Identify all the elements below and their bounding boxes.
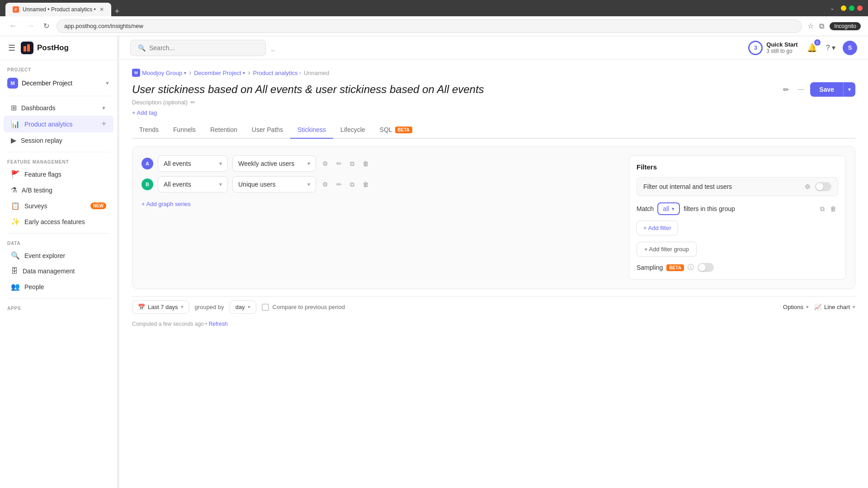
- quick-start[interactable]: 3 Quick Start 3 still to go: [748, 41, 797, 55]
- tab-stickiness[interactable]: Stickiness: [290, 122, 333, 139]
- incognito-badge: Incognito: [830, 22, 861, 30]
- help-button[interactable]: ? ▾: [826, 43, 835, 52]
- series-a-edit-button[interactable]: ✏: [335, 158, 344, 169]
- options-label: Options: [783, 304, 803, 310]
- series-a-event-dropdown[interactable]: All events ▾: [158, 155, 228, 172]
- new-tab-button[interactable]: +: [111, 7, 123, 16]
- url-bar[interactable]: app.posthog.com/insights/new: [57, 19, 802, 33]
- breadcrumb-item-december[interactable]: December Project ▾: [194, 70, 245, 76]
- project-section: PROJECT M December Project ▼: [0, 60, 117, 96]
- series-a-delete-button[interactable]: 🗑: [361, 158, 371, 169]
- data-management-icon: 🗄: [11, 267, 18, 275]
- tab-trends[interactable]: Trends: [132, 122, 166, 139]
- gear-icon-filter[interactable]: ⚙: [805, 183, 811, 190]
- dashboards-arrow: ▼: [101, 105, 106, 111]
- bookmark-icon[interactable]: ☆: [807, 22, 814, 30]
- minimize-button[interactable]: [841, 5, 846, 11]
- window-dropdown-icon[interactable]: ⌄: [830, 5, 835, 11]
- series-a-metric-label: Weekly active users: [238, 160, 294, 167]
- tab-sql[interactable]: SQL BETA: [373, 122, 420, 139]
- sidebar-item-ab-testing[interactable]: ⚗ A/B testing: [4, 182, 113, 198]
- project-name: December Project: [22, 80, 101, 87]
- hamburger-button[interactable]: ☰: [7, 42, 16, 54]
- series-row-a: A All events ▾ Weekly active users ▾ ⚙ ✏: [142, 155, 622, 172]
- series-b-edit-button[interactable]: ✏: [335, 179, 344, 190]
- sidebar-item-people[interactable]: 👥 People: [4, 279, 113, 295]
- refresh-browser-button[interactable]: ↻: [42, 20, 51, 32]
- compare-checkbox[interactable]: [262, 304, 269, 311]
- match-dropdown[interactable]: all ▾: [657, 202, 680, 215]
- sidebar-item-feature-flags[interactable]: 🚩 Feature flags: [4, 166, 113, 182]
- add-filter-group-button[interactable]: + Add filter group: [637, 242, 697, 257]
- project-row[interactable]: M December Project ▼: [0, 74, 117, 92]
- tab-close-icon[interactable]: ✕: [99, 6, 104, 13]
- tab-user-paths[interactable]: User Paths: [245, 122, 290, 139]
- options-arrow: ▾: [806, 304, 809, 310]
- copy-filter-group-button[interactable]: ⧉: [818, 203, 826, 215]
- search-box[interactable]: 🔍: [130, 40, 266, 56]
- refresh-link[interactable]: Refresh: [209, 321, 228, 327]
- more-options-button[interactable]: ···: [795, 83, 807, 96]
- compare-label: Compare to previous period: [273, 304, 345, 310]
- add-series-button[interactable]: + Add graph series: [142, 199, 191, 209]
- user-avatar[interactable]: S: [843, 41, 857, 55]
- sidebar-item-data-management[interactable]: 🗄 Data management: [4, 263, 113, 279]
- tab-funnels[interactable]: Funnels: [166, 122, 203, 139]
- sidebar-item-early-access[interactable]: ✨ Early access features: [4, 214, 113, 230]
- close-button[interactable]: [857, 5, 863, 11]
- sampling-info-icon[interactable]: ⓘ: [688, 263, 694, 272]
- breadcrumb-item-product-analytics[interactable]: Product analytics ›: [253, 70, 301, 76]
- sidebar-item-dashboards[interactable]: ⊞ Dashboards ▼: [4, 100, 113, 116]
- add-filter-button[interactable]: + Add filter: [637, 221, 678, 235]
- product-analytics-add-icon[interactable]: +: [101, 119, 106, 129]
- delete-filter-group-button[interactable]: 🗑: [828, 203, 838, 215]
- project-dropdown-arrow: ▼: [105, 80, 110, 86]
- sampling-label: Sampling: [637, 264, 663, 271]
- url-text: app.posthog.com/insights/new: [64, 23, 143, 29]
- sampling-toggle[interactable]: [698, 263, 714, 272]
- december-arrow: ▾: [243, 70, 245, 75]
- filter-toggle[interactable]: [815, 182, 831, 191]
- back-button[interactable]: ←: [7, 19, 19, 33]
- edit-icon-button[interactable]: ✏: [780, 83, 792, 97]
- date-range-button[interactable]: 📅 Last 7 days ▾: [132, 300, 189, 314]
- maximize-button[interactable]: [849, 5, 854, 11]
- sidebar-item-surveys[interactable]: 📋 Surveys NEW: [4, 198, 113, 214]
- series-b-delete-button[interactable]: 🗑: [361, 179, 371, 190]
- search-shortcut: _: [271, 45, 274, 51]
- forward-button[interactable]: →: [24, 19, 36, 33]
- notifications-button[interactable]: 🔔 0: [805, 41, 819, 55]
- series-a-metric-dropdown[interactable]: Weekly active users ▾: [232, 155, 316, 172]
- product-analytics-label: Product analytics: [24, 121, 97, 128]
- series-badge-b: B: [142, 178, 153, 190]
- day-arrow: ▾: [248, 304, 250, 310]
- breadcrumb-item-moodjoy[interactable]: M Moodjoy Group ▾: [132, 69, 186, 77]
- series-a-filter-button[interactable]: ⚙: [321, 158, 330, 169]
- series-b-copy-button[interactable]: ⧉: [348, 179, 356, 190]
- options-button[interactable]: Options ▾: [783, 304, 809, 310]
- dashboards-label: Dashboards: [21, 104, 97, 112]
- tab-lifecycle[interactable]: Lifecycle: [333, 122, 372, 139]
- sidebar-item-event-explorer[interactable]: 🔍 Event explorer: [4, 248, 113, 263]
- series-b-metric-dropdown[interactable]: Unique users ▾: [232, 176, 316, 192]
- series-b-filter-button[interactable]: ⚙: [321, 179, 330, 190]
- chart-type-button[interactable]: 📈 Line chart ▾: [814, 304, 855, 310]
- save-dropdown-button[interactable]: ▾: [843, 82, 855, 97]
- series-b-event-dropdown[interactable]: All events ▾: [158, 176, 228, 192]
- feature-flags-icon: 🚩: [11, 170, 20, 178]
- save-button[interactable]: Save: [810, 82, 843, 97]
- breadcrumb-sep-2: ›: [248, 69, 250, 77]
- early-access-icon: ✨: [11, 217, 20, 226]
- search-input[interactable]: [149, 44, 258, 52]
- extension-icon[interactable]: ⧉: [819, 22, 824, 30]
- add-tag-button[interactable]: + Add tag: [132, 109, 157, 116]
- day-dropdown[interactable]: day ▾: [230, 300, 256, 314]
- section-label-feature: FEATURE MANAGEMENT: [0, 156, 117, 166]
- active-tab[interactable]: P Unnamed • Product analytics • ✕: [5, 3, 111, 16]
- sidebar-item-session-replay[interactable]: ▶ Session replay: [4, 132, 113, 148]
- sidebar-item-product-analytics[interactable]: 📊 Product analytics +: [4, 116, 113, 132]
- series-a-copy-button[interactable]: ⧉: [348, 158, 356, 169]
- browser-chrome: P Unnamed • Product analytics • ✕ + ⌄: [0, 0, 868, 16]
- insight-description[interactable]: Description (optional) ✏: [132, 99, 771, 106]
- tab-retention[interactable]: Retention: [203, 122, 245, 139]
